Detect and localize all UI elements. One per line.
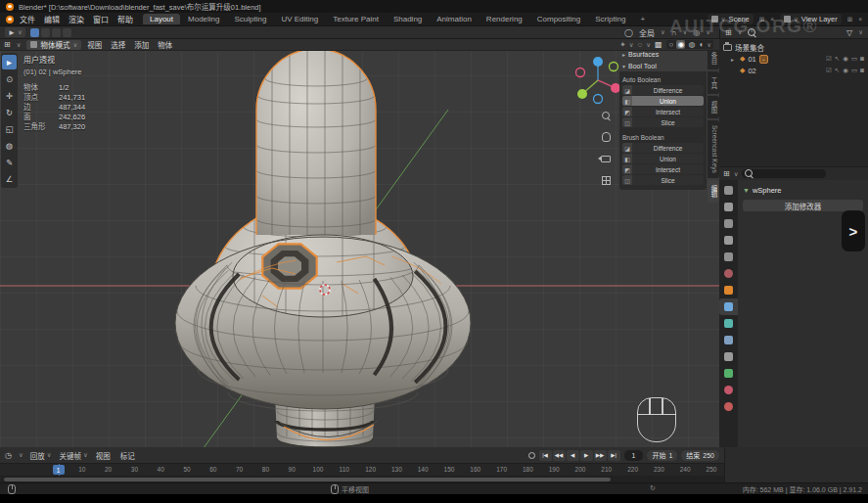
proportional-edit-icon[interactable]: ◎ — [693, 28, 700, 37]
properties-tab[interactable] — [719, 249, 738, 265]
tool-button[interactable]: ✎ — [2, 155, 17, 169]
select-mode-circle[interactable] — [52, 28, 61, 37]
tool-button[interactable]: ► — [2, 55, 17, 69]
frame-start-field[interactable]: 开始 1 — [647, 450, 677, 461]
navigation-gizmo[interactable] — [571, 53, 624, 108]
add-modifier-button[interactable]: 添加修改器 — [743, 200, 863, 211]
expand-arrow-icon[interactable]: ▸ — [731, 56, 737, 63]
select-mode-lasso[interactable] — [63, 28, 71, 37]
editor-type-icon[interactable]: ⊞ — [4, 40, 11, 49]
viewport-menu-item[interactable]: 选择 — [111, 39, 125, 50]
workspace-tab[interactable]: Scripting — [588, 14, 632, 24]
timeline-scrollbar[interactable] — [0, 476, 724, 482]
tool-button[interactable]: ↻ — [2, 105, 17, 119]
viewport-3d[interactable]: ⊞ ∨ 物体模式 ∨ 视图选择添加物体 ⌖ ∨ ◌ ∨ ▩ ○ — [0, 39, 719, 447]
scrollbar-handle[interactable] — [4, 478, 611, 481]
render-disable-icon[interactable]: ◙ — [860, 67, 864, 74]
new-scene-icon[interactable]: ⊞ — [759, 16, 764, 23]
workspace-tab[interactable]: Sculpting — [228, 14, 274, 24]
transport-button[interactable]: ▶ — [580, 450, 593, 461]
mode-dropdown[interactable]: 物体模式 ∨ — [26, 40, 81, 50]
frame-end-field[interactable]: 结束 250 — [681, 450, 719, 461]
tool-button[interactable]: ✛ — [2, 88, 17, 103]
tool-button[interactable]: ∠ — [2, 171, 17, 186]
workspace-tab[interactable]: + — [633, 14, 652, 24]
sidebar-tab[interactable]: 工具 — [708, 71, 719, 94]
selectable-icon[interactable]: ↖ — [835, 67, 840, 74]
transport-button[interactable]: |◀ — [539, 450, 552, 461]
selectable-icon[interactable]: ↖ — [835, 55, 840, 63]
select-mode-box[interactable] — [41, 28, 50, 37]
hide-eye-icon[interactable]: ◉ — [843, 67, 848, 74]
sidebar-tab[interactable]: 编辑 — [708, 180, 719, 203]
gizmo-toggle-icon[interactable]: ⌖ — [620, 40, 625, 50]
sidebar-tab[interactable]: Screencast Keys — [708, 120, 719, 178]
menu-item[interactable]: 编辑 — [44, 14, 60, 24]
bool-operation-button[interactable]: ◪ Difference — [622, 85, 704, 95]
menu-item[interactable]: 窗口 — [93, 14, 109, 24]
timeline-menu-item[interactable]: 关键帧 ∨ — [60, 450, 88, 461]
workspace-tab[interactable]: Modeling — [181, 14, 226, 24]
bool-operation-button[interactable]: ◪ Difference — [622, 143, 704, 153]
toggle-ortho-icon[interactable] — [600, 174, 612, 186]
current-frame-field[interactable]: 1 — [624, 450, 644, 461]
tool-button[interactable]: ◱ — [2, 121, 17, 136]
outliner-object-row[interactable]: ▸ ◆ 01 ⌄ ☑ ↖ ◉ ▭ ◙ — [719, 53, 868, 65]
workspace-tab[interactable]: Animation — [430, 14, 479, 24]
close-view-layer-icon[interactable]: × — [858, 16, 862, 23]
checkbox-icon[interactable]: ☑ — [826, 67, 832, 74]
menu-item[interactable]: 渲染 — [69, 14, 84, 24]
orientation-label[interactable]: 全局 — [639, 27, 655, 38]
properties-tab[interactable] — [719, 315, 738, 332]
workspace-tab[interactable]: Compositing — [530, 14, 587, 24]
snap-magnet-icon[interactable]: ∩ — [671, 28, 677, 37]
workspace-tab[interactable]: UV Editing — [274, 14, 325, 24]
camera-view-icon[interactable] — [600, 153, 612, 164]
search-icon[interactable] — [748, 28, 756, 37]
panel-bool-tool[interactable]: ▾ Bool Tool — [619, 61, 707, 71]
timeline-ruler[interactable]: 0102030405060708090100110120130140150160… — [0, 463, 724, 476]
scene-selector[interactable]: ∨ Scene — [708, 14, 754, 24]
new-view-layer-icon[interactable]: ⊞ — [847, 16, 852, 23]
shading-rendered-icon[interactable]: ◐ — [698, 40, 705, 49]
playhead[interactable]: 1 — [53, 465, 65, 475]
bool-operation-button[interactable]: ◧ Union — [622, 154, 704, 163]
blender-menu-icon[interactable] — [6, 16, 14, 23]
outliner-display-mode-icon[interactable]: ⊞ — [725, 28, 732, 37]
timeline-menu-item[interactable]: 视图 — [96, 450, 113, 461]
properties-tab[interactable] — [719, 199, 738, 215]
timeline-menu-item[interactable]: 回放 ∨ — [30, 450, 52, 461]
outliner-root-row[interactable]: 场景集合 — [719, 41, 868, 53]
properties-tab[interactable] — [719, 298, 738, 315]
bool-operation-button[interactable]: ◩ Intersect — [622, 107, 704, 116]
properties-search[interactable] — [742, 169, 826, 178]
properties-tab[interactable] — [719, 265, 738, 282]
tool-button[interactable]: ◍ — [2, 138, 17, 153]
filter-icon[interactable]: ▽ — [846, 28, 852, 37]
close-scene-icon[interactable]: × — [770, 16, 774, 23]
shading-solid-icon[interactable]: ◉ — [676, 40, 685, 49]
sidebar-tab[interactable]: 视图 — [708, 96, 719, 118]
workspace-tab[interactable]: Texture Paint — [326, 14, 386, 24]
properties-tab[interactable] — [719, 232, 738, 249]
editor-type-icon[interactable]: ⊞ — [723, 169, 730, 178]
active-tool-dropdown[interactable]: ► ∨ — [5, 27, 25, 37]
workspace-tab[interactable]: Rendering — [480, 14, 529, 24]
3d-model[interactable] — [147, 39, 499, 447]
viewport-menu-item[interactable]: 物体 — [158, 39, 172, 50]
view-layer-selector[interactable]: ∨ View Layer — [780, 14, 842, 24]
xray-toggle-icon[interactable]: ▩ — [655, 40, 662, 49]
viewport-disable-icon[interactable]: ▭ — [851, 67, 857, 74]
transport-button[interactable]: ▶▶ — [594, 450, 607, 461]
render-disable-icon[interactable]: ◙ — [860, 55, 864, 63]
viewport-menu-item[interactable]: 添加 — [134, 39, 149, 50]
viewport-menu-item[interactable]: 视图 — [87, 39, 102, 50]
workspace-tab[interactable]: Shading — [387, 14, 429, 24]
properties-tab[interactable] — [719, 365, 738, 382]
bool-operation-button[interactable]: ◫ Slice — [622, 175, 704, 185]
expand-region-arrow[interactable]: > — [842, 210, 865, 252]
select-mode-tweak[interactable] — [30, 28, 39, 37]
tool-button[interactable]: ⊙ — [2, 71, 17, 86]
hide-eye-icon[interactable]: ◉ — [843, 55, 848, 63]
timeline-editor-icon[interactable]: ◷ — [5, 451, 12, 460]
